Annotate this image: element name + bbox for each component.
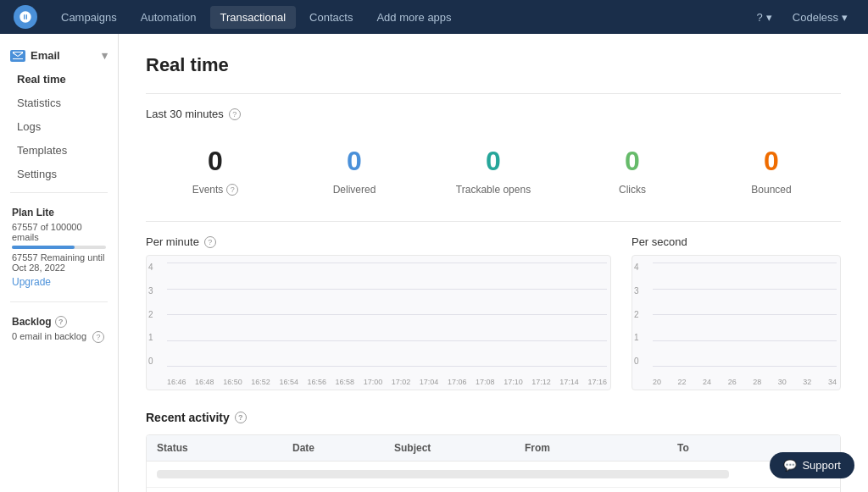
stat-events-value: 0: [146, 146, 285, 177]
sidebar-item-settings[interactable]: Settings: [3, 163, 114, 185]
col-status-header: Status: [157, 442, 292, 454]
per-minute-x-labels: 16:46 16:48 16:50 16:52 16:54 16:56 16:5…: [167, 378, 607, 386]
backlog-title-label: Backlog: [12, 316, 52, 328]
grid-line: [653, 340, 837, 341]
stat-delivered: 0 Delivered: [285, 137, 424, 204]
account-label: Codeless: [793, 11, 838, 24]
sidebar-item-real-time[interactable]: Real time: [3, 68, 114, 91]
per-second-chart: 4 3 2 1 0: [632, 255, 841, 390]
activity-table: Status Date Subject From To: [146, 434, 841, 492]
main-layout: Email ▾ Real time Statistics Logs Templa…: [0, 34, 868, 492]
sidebar-email-header[interactable]: Email ▾: [0, 44, 118, 67]
per-minute-info-icon[interactable]: ?: [204, 236, 216, 248]
backlog-count-info-icon[interactable]: ?: [92, 331, 104, 343]
last30-header: Last 30 minutes ?: [146, 108, 841, 120]
stat-trackable-opens-value: 0: [424, 146, 563, 177]
last30-label: Last 30 minutes: [146, 108, 224, 120]
backlog-info-icon[interactable]: ?: [55, 316, 67, 328]
top-nav: Campaigns Automation Transactional Conta…: [0, 0, 868, 34]
backlog-count: 0 email in backlog ?: [12, 331, 106, 343]
sidebar-email-label: Email: [31, 49, 60, 62]
nav-contacts[interactable]: Contacts: [299, 6, 363, 29]
stat-events-label: Events ?: [146, 184, 285, 196]
col-date-header: Date: [292, 442, 394, 454]
per-second-x-labels: 20 22 24 26 28 30 32 34: [653, 378, 837, 386]
section-divider-top: [146, 93, 841, 94]
grid-line: [167, 314, 607, 315]
sidebar-item-statistics[interactable]: Statistics: [3, 91, 114, 114]
plan-name: Plan Lite: [12, 207, 106, 218]
sidebar-divider-2: [10, 301, 108, 302]
grid-line: [653, 289, 837, 290]
recent-activity-title: Recent activity ?: [146, 411, 841, 424]
support-label: Support: [802, 459, 841, 472]
last30-info-icon[interactable]: ?: [229, 108, 241, 120]
per-second-chart-area: [653, 263, 837, 366]
per-minute-chart-area: [167, 263, 607, 366]
per-minute-title: Per minute ?: [146, 235, 611, 248]
per-minute-y-labels: 4 3 2 1 0: [147, 263, 167, 366]
stat-trackable-opens-label: Trackable opens: [424, 184, 563, 196]
sidebar-email-chevron-icon: ▾: [102, 49, 108, 62]
sidebar: Email ▾ Real time Statistics Logs Templa…: [0, 34, 119, 492]
stat-bounced: 0 Bounced: [702, 137, 841, 204]
stat-bounced-label: Bounced: [702, 184, 841, 196]
account-chevron-icon: ▾: [842, 11, 848, 24]
nav-campaigns[interactable]: Campaigns: [51, 6, 127, 29]
main-content: Real time Last 30 minutes ? 0 Events ? 0…: [119, 34, 868, 492]
help-label: ?: [757, 11, 763, 24]
sidebar-item-templates[interactable]: Templates: [3, 139, 114, 162]
grid-line: [167, 340, 607, 341]
placeholder-bar: [157, 470, 729, 478]
email-icon: [10, 50, 25, 62]
per-minute-grid: [167, 263, 607, 366]
recent-activity-info-icon[interactable]: ?: [235, 412, 247, 423]
col-from-header: From: [525, 442, 677, 454]
stat-bounced-value: 0: [702, 146, 841, 177]
nav-add-more-apps[interactable]: Add more apps: [366, 6, 461, 29]
section-divider-mid: [146, 221, 841, 222]
grid-line: [167, 366, 607, 367]
plan-emails: 67557 of 100000 emails: [12, 222, 106, 242]
plan-remaining: 67557 Remaining until Oct 28, 2022: [12, 252, 106, 273]
help-button[interactable]: ? ▾: [750, 8, 779, 27]
table-row-placeholder-2: [147, 488, 840, 492]
plan-progress-fill: [12, 246, 75, 249]
grid-line: [653, 366, 837, 367]
stat-events-info-icon[interactable]: ?: [226, 184, 238, 196]
per-minute-section: Per minute ? 4 3 2 1 0: [146, 235, 611, 390]
logo[interactable]: [14, 5, 37, 29]
stat-delivered-value: 0: [285, 146, 424, 177]
sidebar-plan: Plan Lite 67557 of 100000 emails 67557 R…: [0, 200, 118, 295]
plan-progress-bg: [12, 246, 106, 249]
stat-clicks-value: 0: [563, 146, 702, 177]
sidebar-item-logs[interactable]: Logs: [3, 115, 114, 138]
grid-line: [167, 263, 607, 263]
per-second-section: Per second 4 3 2 1 0: [632, 235, 841, 390]
grid-line: [653, 314, 837, 315]
grid-line: [653, 263, 837, 263]
per-second-grid: [653, 263, 837, 366]
table-row-placeholder-1: [147, 462, 840, 488]
stat-clicks-label: Clicks: [563, 184, 702, 196]
plan-upgrade-link[interactable]: Upgrade: [12, 276, 106, 288]
stat-events: 0 Events ?: [146, 137, 285, 204]
stats-row: 0 Events ? 0 Delivered 0 Trackable opens…: [146, 137, 841, 204]
grid-line: [167, 289, 607, 290]
sidebar-divider-1: [10, 192, 108, 193]
stat-delivered-label: Delivered: [285, 184, 424, 196]
sidebar-backlog: Backlog ? 0 email in backlog ?: [0, 309, 118, 350]
support-button[interactable]: 💬 Support: [770, 452, 854, 478]
table-header: Status Date Subject From To: [147, 435, 840, 462]
stat-clicks: 0 Clicks: [563, 137, 702, 204]
col-subject-header: Subject: [394, 442, 525, 454]
nav-automation[interactable]: Automation: [131, 6, 207, 29]
page-title: Real time: [146, 54, 841, 76]
per-second-title: Per second: [632, 235, 841, 248]
per-minute-chart: 4 3 2 1 0: [146, 255, 611, 390]
nav-transactional[interactable]: Transactional: [210, 6, 297, 29]
charts-row: Per minute ? 4 3 2 1 0: [146, 235, 841, 390]
support-icon: 💬: [783, 459, 797, 472]
stat-trackable-opens: 0 Trackable opens: [424, 137, 563, 204]
account-button[interactable]: Codeless ▾: [786, 8, 854, 27]
